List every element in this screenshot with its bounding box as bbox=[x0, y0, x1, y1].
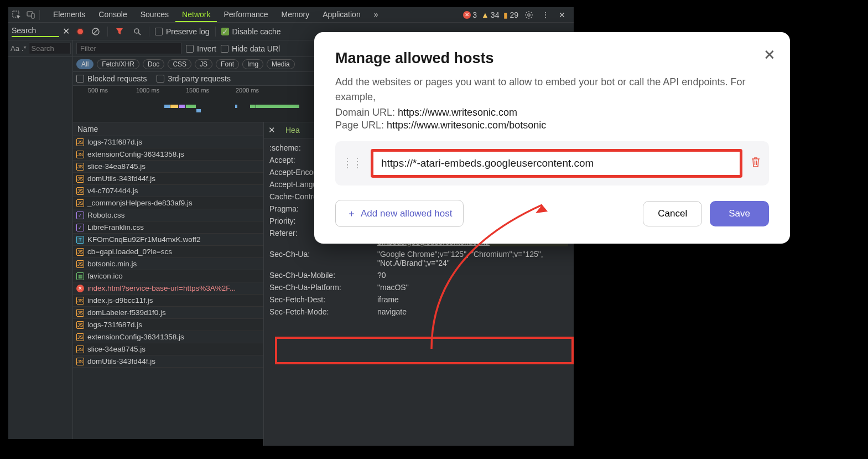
clear-icon[interactable] bbox=[90, 25, 102, 38]
left-gutter bbox=[8, 40, 73, 439]
pill-doc[interactable]: Doc bbox=[143, 59, 164, 69]
close-search-icon[interactable]: ✕ bbox=[63, 26, 70, 37]
request-row[interactable]: ✓Roboto.css bbox=[73, 209, 263, 221]
pill-fetch-xhr[interactable]: Fetch/XHR bbox=[97, 59, 139, 69]
invert-checkbox[interactable]: Invert bbox=[186, 44, 216, 53]
tab-sources[interactable]: Sources bbox=[134, 8, 175, 22]
delete-host-icon[interactable] bbox=[750, 156, 761, 171]
request-row[interactable]: JSdomLabeler-f539d1f0.js bbox=[73, 307, 263, 319]
device-toggle-icon[interactable] bbox=[25, 9, 37, 21]
filter-funnel-icon[interactable] bbox=[113, 25, 126, 38]
request-name: cb=gapi.loaded_0?le=scs bbox=[87, 247, 172, 256]
request-row[interactable]: JS_commonjsHelpers-de833af9.js bbox=[73, 197, 263, 209]
request-name: botsonic.min.js bbox=[87, 260, 137, 268]
preserve-log-checkbox[interactable]: Preserve log bbox=[155, 27, 210, 36]
request-row[interactable]: JSlogs-731f687d.js bbox=[73, 319, 263, 331]
request-row[interactable]: JSdomUtils-343fd44f.js bbox=[73, 355, 263, 368]
file-type-icon: JS bbox=[76, 175, 84, 183]
request-name: index.js-d9bcc11f.js bbox=[87, 296, 153, 305]
settings-gear-icon[interactable] bbox=[523, 9, 535, 21]
blocked-requests-checkbox[interactable]: Blocked requests bbox=[76, 74, 147, 83]
cancel-button[interactable]: Cancel bbox=[643, 201, 702, 226]
header-key: Sec-Fetch-Dest: bbox=[269, 295, 377, 304]
close-detail-icon[interactable]: ✕ bbox=[264, 123, 280, 137]
request-row[interactable]: JSextensionConfig-36341358.js bbox=[73, 148, 263, 161]
header-row: Sec-Ch-Ua:"Google Chrome";v="125", "Chro… bbox=[269, 248, 568, 269]
add-host-label: Add new allowed host bbox=[361, 208, 452, 219]
disable-cache-checkbox[interactable]: ✓Disable cache bbox=[221, 27, 281, 36]
pill-img[interactable]: Img bbox=[242, 59, 263, 69]
pill-font[interactable]: Font bbox=[216, 59, 239, 69]
name-column-header[interactable]: Name bbox=[77, 125, 98, 133]
info-badge[interactable]: ▮29 bbox=[503, 11, 518, 19]
host-url-input[interactable] bbox=[371, 149, 742, 178]
third-party-checkbox[interactable]: 3rd-party requests bbox=[157, 74, 231, 83]
request-row[interactable]: JSv4-c70744d4.js bbox=[73, 185, 263, 197]
header-value: "macOS" bbox=[377, 283, 568, 292]
drag-handle-icon[interactable]: ⋮⋮⋮⋮ bbox=[343, 160, 363, 167]
header-value: navigate bbox=[377, 307, 568, 316]
domain-example: Domain URL: https://www.writesonic.com bbox=[335, 107, 769, 118]
request-name: Roboto.css bbox=[87, 211, 125, 219]
search-tab-label[interactable]: Search bbox=[12, 26, 59, 37]
kebab-menu-icon[interactable]: ⋮ bbox=[539, 9, 552, 21]
close-modal-icon[interactable]: ✕ bbox=[763, 47, 776, 64]
tab-more-icon[interactable]: » bbox=[367, 8, 385, 22]
file-type-icon: JS bbox=[76, 321, 84, 329]
file-type-icon: JS bbox=[76, 358, 84, 365]
request-name: extensionConfig-36341358.js bbox=[87, 150, 184, 158]
svg-point-6 bbox=[134, 29, 139, 33]
tab-console[interactable]: Console bbox=[92, 8, 133, 22]
search-icon[interactable] bbox=[131, 25, 143, 38]
error-badge[interactable]: ✕3 bbox=[463, 11, 477, 19]
add-host-button[interactable]: ＋Add new allowed host bbox=[335, 200, 464, 227]
pill-media[interactable]: Media bbox=[267, 59, 295, 69]
request-row[interactable]: JSindex.js-d9bcc11f.js bbox=[73, 295, 263, 307]
request-row[interactable]: ✕index.html?service-base-url=https%3A%2F… bbox=[73, 282, 263, 295]
svg-line-5 bbox=[93, 29, 98, 34]
request-name: logs-731f687d.js bbox=[87, 321, 142, 329]
record-button[interactable] bbox=[76, 28, 84, 35]
request-name: favicon.ico bbox=[87, 272, 123, 280]
blocked-label: Blocked requests bbox=[87, 74, 147, 83]
detail-tab-headers[interactable]: Hea bbox=[280, 122, 305, 138]
request-row[interactable]: JSextensionConfig-36341358.js bbox=[73, 331, 263, 343]
tab-elements[interactable]: Elements bbox=[46, 8, 92, 22]
request-row[interactable]: JSslice-34ea8745.js bbox=[73, 161, 263, 173]
file-type-icon: JS bbox=[76, 199, 84, 207]
request-row[interactable]: ▦favicon.ico bbox=[73, 270, 263, 282]
request-row[interactable]: TKFOmCnqEu92Fr1Mu4mxK.woff2 bbox=[73, 234, 263, 246]
third-party-label: 3rd-party requests bbox=[168, 74, 231, 83]
tab-network[interactable]: Network bbox=[175, 8, 217, 22]
hide-data-label: Hide data URl bbox=[232, 44, 280, 53]
error-count: 3 bbox=[472, 11, 477, 19]
file-type-icon: JS bbox=[76, 345, 84, 353]
pill-css[interactable]: CSS bbox=[168, 59, 191, 69]
filter-input[interactable] bbox=[76, 43, 181, 54]
file-type-icon: JS bbox=[76, 163, 84, 171]
request-row[interactable]: JScb=gapi.loaded_0?le=scs bbox=[73, 246, 263, 258]
request-name: logs-731f687d.js bbox=[87, 138, 142, 146]
tab-memory[interactable]: Memory bbox=[275, 8, 316, 22]
file-type-icon: JS bbox=[76, 151, 84, 158]
warning-badge[interactable]: ▲34 bbox=[481, 11, 499, 19]
request-row[interactable]: JSbotsonic.min.js bbox=[73, 258, 263, 270]
file-type-icon: JS bbox=[76, 260, 84, 268]
hide-data-url-checkbox[interactable]: Hide data URl bbox=[221, 44, 280, 53]
close-devtools-icon[interactable]: ✕ bbox=[556, 9, 568, 21]
tab-performance[interactable]: Performance bbox=[217, 8, 274, 22]
modal-title: Manage allowed hosts bbox=[335, 50, 769, 67]
file-type-icon: JS bbox=[76, 309, 84, 317]
save-button[interactable]: Save bbox=[710, 201, 769, 226]
header-value: iframe bbox=[377, 295, 568, 304]
request-row[interactable]: ✓LibreFranklin.css bbox=[73, 221, 263, 234]
pill-all[interactable]: All bbox=[76, 59, 93, 69]
request-row[interactable]: JSdomUtils-343fd44f.js bbox=[73, 173, 263, 185]
pill-js[interactable]: JS bbox=[195, 59, 212, 69]
request-name: extensionConfig-36341358.js bbox=[87, 333, 184, 341]
tab-application[interactable]: Application bbox=[316, 8, 367, 22]
header-key: Sec-Ch-Ua: bbox=[269, 250, 377, 267]
inspect-icon[interactable] bbox=[11, 9, 23, 21]
request-row[interactable]: JSslice-34ea8745.js bbox=[73, 343, 263, 355]
request-row[interactable]: JSlogs-731f687d.js bbox=[73, 136, 263, 148]
